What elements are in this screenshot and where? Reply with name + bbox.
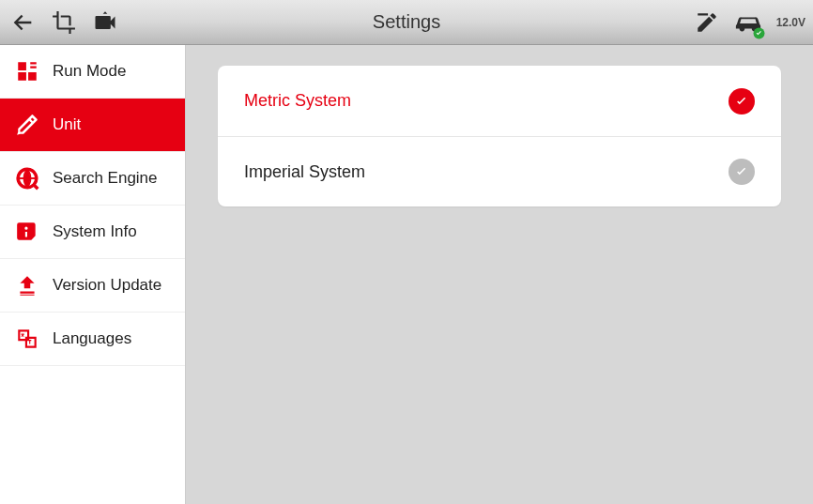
sidebar-item-system-info[interactable]: System Info [0, 206, 185, 259]
check-icon [729, 159, 755, 185]
header-bar: Settings 12.0V [0, 0, 813, 45]
sidebar-item-label: Unit [53, 115, 81, 134]
sidebar-item-search-engine[interactable]: Search Engine [0, 152, 185, 206]
back-icon[interactable] [8, 8, 38, 38]
check-icon [729, 88, 755, 115]
video-camera-icon[interactable] [90, 8, 120, 38]
content-area: Metric System Imperial System [186, 45, 813, 504]
sidebar-item-label: System Info [53, 222, 137, 241]
crop-icon[interactable] [49, 8, 79, 38]
option-label: Imperial System [244, 162, 365, 182]
sidebar-item-languages[interactable]: Languages [0, 313, 185, 366]
option-imperial-system[interactable]: Imperial System [218, 136, 781, 206]
car-status-icon[interactable] [733, 8, 763, 38]
search-engine-icon [13, 164, 41, 192]
run-mode-icon [13, 57, 41, 85]
option-metric-system[interactable]: Metric System [218, 66, 781, 136]
sidebar-item-run-mode[interactable]: Run Mode [0, 45, 185, 99]
edit-icon[interactable] [692, 8, 722, 38]
sidebar-item-label: Search Engine [53, 169, 158, 188]
sidebar-item-unit[interactable]: Unit [0, 99, 185, 152]
system-info-icon [13, 218, 41, 246]
languages-icon [13, 325, 41, 353]
sidebar: Run Mode Unit Search Engine System Info … [0, 45, 186, 504]
sidebar-item-label: Languages [53, 329, 131, 348]
sidebar-item-label: Version Update [53, 276, 161, 295]
sidebar-item-version-update[interactable]: Version Update [0, 259, 185, 313]
unit-icon [13, 111, 41, 139]
version-update-icon [13, 271, 41, 299]
options-panel: Metric System Imperial System [218, 66, 781, 206]
option-label: Metric System [244, 91, 351, 111]
voltage-label: 12.0V [776, 16, 805, 29]
sidebar-item-label: Run Mode [53, 62, 126, 81]
